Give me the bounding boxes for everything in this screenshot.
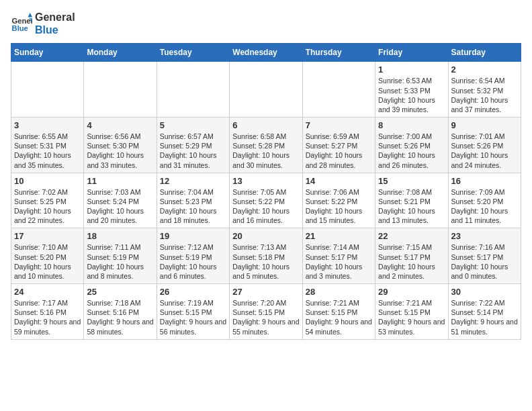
calendar-cell: 6Sunrise: 6:58 AMSunset: 5:28 PMDaylight… <box>230 118 302 173</box>
day-info: Sunset: 5:22 PM <box>306 197 372 206</box>
day-info: Sunrise: 7:14 AM <box>306 242 372 252</box>
day-info: Sunset: 5:25 PM <box>14 197 81 206</box>
day-info: Sunset: 5:27 PM <box>306 141 372 150</box>
logo-general: General <box>35 11 75 24</box>
day-info: Sunset: 5:20 PM <box>451 197 518 206</box>
page-header: General Blue General Blue <box>11 11 521 36</box>
day-info: Sunrise: 6:54 AM <box>451 76 518 85</box>
calendar-week-1: 1Sunrise: 6:53 AMSunset: 5:33 PMDaylight… <box>11 62 521 118</box>
day-info: Daylight: 9 hours and 51 minutes. <box>451 317 518 336</box>
day-info: Sunset: 5:18 PM <box>232 253 299 262</box>
day-info: Sunset: 5:30 PM <box>87 141 153 150</box>
day-info: Daylight: 9 hours and 55 minutes. <box>232 317 299 336</box>
calendar-cell <box>11 62 84 118</box>
day-info: Sunrise: 6:59 AM <box>306 132 372 141</box>
day-info: Sunrise: 7:15 AM <box>378 242 445 252</box>
weekday-header-monday: Monday <box>84 44 157 62</box>
day-info: Daylight: 10 hours and 39 minutes. <box>378 95 445 114</box>
calendar-cell: 1Sunrise: 6:53 AMSunset: 5:33 PMDaylight… <box>375 62 448 118</box>
day-info: Sunrise: 7:09 AM <box>451 187 518 197</box>
day-info: Sunset: 5:17 PM <box>306 253 372 262</box>
calendar-cell: 12Sunrise: 7:04 AMSunset: 5:23 PMDayligh… <box>157 173 229 228</box>
day-info: Daylight: 9 hours and 56 minutes. <box>160 317 226 336</box>
day-info: Sunset: 5:32 PM <box>451 86 518 95</box>
day-info: Sunset: 5:22 PM <box>232 197 299 206</box>
day-number: 17 <box>14 231 81 241</box>
calendar-cell: 10Sunrise: 7:02 AMSunset: 5:25 PMDayligh… <box>11 173 84 228</box>
day-number: 30 <box>451 287 518 297</box>
day-info: Sunset: 5:26 PM <box>378 141 445 150</box>
day-info: Sunrise: 6:58 AM <box>232 132 299 141</box>
day-info: Daylight: 10 hours and 35 minutes. <box>14 150 81 169</box>
calendar-week-4: 17Sunrise: 7:10 AMSunset: 5:20 PMDayligh… <box>11 228 521 284</box>
day-info: Sunrise: 7:06 AM <box>306 187 372 197</box>
day-info: Sunset: 5:33 PM <box>378 86 445 95</box>
day-info: Sunrise: 6:55 AM <box>14 132 81 141</box>
day-info: Sunset: 5:17 PM <box>378 253 445 262</box>
day-number: 11 <box>87 176 153 186</box>
day-info: Sunrise: 7:19 AM <box>160 298 226 308</box>
calendar-cell: 29Sunrise: 7:21 AMSunset: 5:15 PMDayligh… <box>375 284 448 340</box>
day-number: 7 <box>306 120 372 130</box>
calendar-cell: 25Sunrise: 7:18 AMSunset: 5:16 PMDayligh… <box>84 284 157 340</box>
day-info: Sunrise: 7:21 AM <box>378 298 445 308</box>
calendar-cell: 2Sunrise: 6:54 AMSunset: 5:32 PMDaylight… <box>448 62 521 118</box>
day-info: Sunset: 5:24 PM <box>87 197 153 206</box>
calendar-cell: 7Sunrise: 6:59 AMSunset: 5:27 PMDaylight… <box>302 118 375 173</box>
day-number: 29 <box>378 287 445 297</box>
calendar-cell <box>84 62 157 118</box>
day-number: 18 <box>87 231 153 241</box>
day-info: Sunrise: 7:03 AM <box>87 187 153 197</box>
day-number: 16 <box>451 176 518 186</box>
calendar: SundayMondayTuesdayWednesdayThursdayFrid… <box>11 43 521 339</box>
day-info: Daylight: 10 hours and 16 minutes. <box>232 206 299 225</box>
day-number: 21 <box>306 231 372 241</box>
calendar-cell: 23Sunrise: 7:16 AMSunset: 5:17 PMDayligh… <box>448 228 521 284</box>
day-info: Sunrise: 7:20 AM <box>232 298 299 308</box>
calendar-cell <box>302 62 375 118</box>
day-info: Daylight: 10 hours and 13 minutes. <box>378 206 445 225</box>
calendar-cell: 19Sunrise: 7:12 AMSunset: 5:19 PMDayligh… <box>157 228 229 284</box>
day-info: Sunset: 5:15 PM <box>160 308 226 317</box>
day-info: Sunrise: 7:11 AM <box>87 242 153 252</box>
svg-marker-2 <box>28 13 32 17</box>
day-info: Sunset: 5:16 PM <box>14 308 81 317</box>
day-info: Daylight: 10 hours and 8 minutes. <box>87 262 153 281</box>
day-info: Daylight: 10 hours and 33 minutes. <box>87 150 153 169</box>
day-info: Daylight: 9 hours and 54 minutes. <box>306 317 372 336</box>
day-info: Daylight: 10 hours and 5 minutes. <box>232 262 299 281</box>
calendar-cell: 22Sunrise: 7:15 AMSunset: 5:17 PMDayligh… <box>375 228 448 284</box>
day-info: Sunset: 5:19 PM <box>87 253 153 262</box>
calendar-cell <box>157 62 229 118</box>
weekday-header-tuesday: Tuesday <box>157 44 229 62</box>
day-number: 15 <box>378 176 445 186</box>
day-info: Sunrise: 7:12 AM <box>160 242 226 252</box>
day-number: 22 <box>378 231 445 241</box>
logo-icon: General Blue <box>11 13 32 34</box>
calendar-week-5: 24Sunrise: 7:17 AMSunset: 5:16 PMDayligh… <box>11 284 521 340</box>
day-info: Sunrise: 7:10 AM <box>14 242 81 252</box>
day-info: Sunset: 5:21 PM <box>378 197 445 206</box>
day-info: Sunset: 5:16 PM <box>87 308 153 317</box>
day-info: Daylight: 10 hours and 20 minutes. <box>87 206 153 225</box>
day-info: Sunrise: 7:18 AM <box>87 298 153 308</box>
day-number: 14 <box>306 176 372 186</box>
day-info: Daylight: 10 hours and 3 minutes. <box>306 262 372 281</box>
calendar-cell: 30Sunrise: 7:22 AMSunset: 5:14 PMDayligh… <box>448 284 521 340</box>
day-number: 3 <box>14 120 81 130</box>
day-info: Daylight: 10 hours and 31 minutes. <box>160 150 226 169</box>
day-number: 1 <box>378 64 445 75</box>
day-info: Daylight: 10 hours and 2 minutes. <box>378 262 445 281</box>
day-info: Sunrise: 7:22 AM <box>451 298 518 308</box>
weekday-header-saturday: Saturday <box>448 44 521 62</box>
calendar-cell: 26Sunrise: 7:19 AMSunset: 5:15 PMDayligh… <box>157 284 229 340</box>
calendar-week-2: 3Sunrise: 6:55 AMSunset: 5:31 PMDaylight… <box>11 118 521 173</box>
weekday-header-thursday: Thursday <box>302 44 375 62</box>
day-info: Daylight: 9 hours and 59 minutes. <box>14 317 81 336</box>
day-info: Sunset: 5:29 PM <box>160 141 226 150</box>
day-info: Daylight: 10 hours and 18 minutes. <box>160 206 226 225</box>
day-info: Sunrise: 7:05 AM <box>232 187 299 197</box>
calendar-week-3: 10Sunrise: 7:02 AMSunset: 5:25 PMDayligh… <box>11 173 521 228</box>
day-info: Sunrise: 7:04 AM <box>160 187 226 197</box>
calendar-cell: 21Sunrise: 7:14 AMSunset: 5:17 PMDayligh… <box>302 228 375 284</box>
